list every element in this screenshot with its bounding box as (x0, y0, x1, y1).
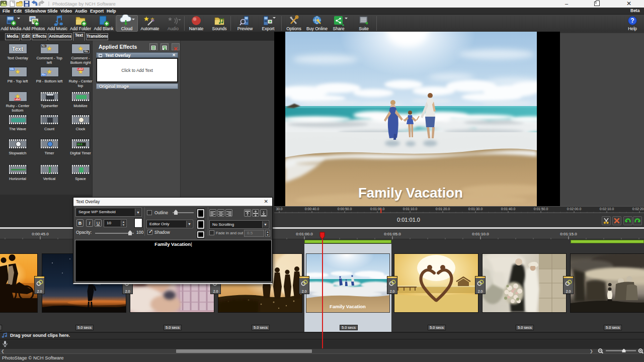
svg-text:0:01:40.0: 0:01:40.0 (501, 207, 516, 211)
svg-text:0:02:00.0: 0:02:00.0 (567, 207, 582, 211)
svg-text:0:01:30.0: 0:01:30.0 (468, 207, 483, 211)
svg-text:0:01:00.0: 0:01:00.0 (296, 232, 313, 236)
svg-text:?: ? (630, 17, 634, 24)
svg-text:Family Vacation: Family Vacation (358, 185, 463, 201)
svg-text:0:01:10.0: 0:01:10.0 (403, 207, 418, 211)
svg-text:0:01:00.0: 0:01:00.0 (370, 207, 385, 211)
svg-text:0:01:10.0: 0:01:10.0 (472, 232, 489, 236)
svg-text:0:01:05.0: 0:01:05.0 (384, 232, 401, 236)
svg-text:0:00:45.0: 0:00:45.0 (32, 232, 49, 236)
svg-text:0:00:40.0: 0:00:40.0 (305, 207, 319, 211)
svg-text:0:02:20.0: 0:02:20.0 (632, 207, 644, 211)
svg-text:30.0: 30.0 (276, 207, 282, 211)
svg-text:0:02:10.0: 0:02:10.0 (600, 207, 614, 211)
svg-text:0:01:15.0: 0:01:15.0 (560, 232, 577, 236)
svg-text:0:01:20.0: 0:01:20.0 (436, 207, 450, 211)
svg-text:Family Vacation: Family Vacation (330, 304, 366, 309)
svg-text:0:00:50.0: 0:00:50.0 (338, 207, 352, 211)
svg-text:0:01:50.0: 0:01:50.0 (534, 207, 548, 211)
